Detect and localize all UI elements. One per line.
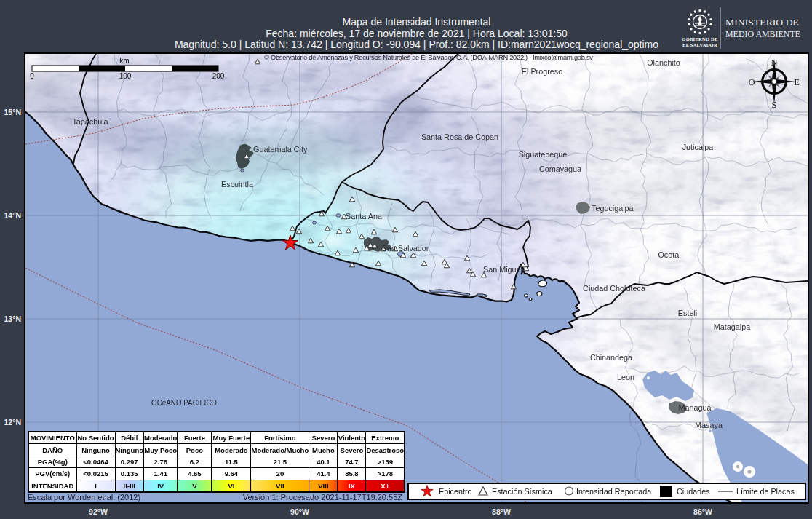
svg-text:100: 100 [119,72,132,80]
svg-text:Ocotal: Ocotal [658,250,680,259]
svg-text:Matagalpa: Matagalpa [714,322,750,331]
svg-text:San Miguel: San Miguel [483,265,522,274]
svg-text:Santa Ana: Santa Ana [346,212,382,221]
svg-text:Managua: Managua [678,403,711,412]
svg-text:0: 0 [30,72,34,80]
svg-text:Chinandega: Chinandega [590,353,632,362]
svg-text:Santa Rosa de Copan: Santa Rosa de Copan [421,132,498,141]
svg-text:Guatemala City: Guatemala City [253,145,308,154]
svg-text:Tegucigalpa: Tegucigalpa [592,204,634,213]
svg-text:Juticalpa: Juticalpa [682,143,714,151]
svg-text:EL SALVADOR: EL SALVADOR [682,42,717,47]
svg-text:O: O [748,77,755,87]
svg-text:El Progreso: El Progreso [522,67,562,76]
svg-text:Siguatepeque: Siguatepeque [519,150,568,159]
svg-text:MINISTERIO DE: MINISTERIO DE [725,17,799,28]
svg-text:Leon: Leon [617,373,634,381]
svg-text:MEDIO AMBIENTE: MEDIO AMBIENTE [725,28,800,39]
svg-text:Ciudad Choluteca: Ciudad Choluteca [583,284,645,293]
svg-text:OCéANO PACíFICO: OCéANO PACíFICO [151,398,217,407]
svg-text:Escuintla: Escuintla [221,180,253,189]
svg-text:Olanchito: Olanchito [647,58,680,67]
svg-text:GOBIERNO DE: GOBIERNO DE [682,36,718,41]
svg-text:Tapachula: Tapachula [72,117,108,126]
svg-text:S: S [772,100,777,110]
svg-text:San Salvador: San Salvador [382,244,429,253]
svg-text:Comayagua: Comayagua [539,165,581,173]
svg-text:Esteli: Esteli [678,309,697,317]
svg-text:Masaya: Masaya [695,421,723,429]
svg-text:E: E [794,77,800,87]
svg-text:N: N [771,58,777,68]
svg-text:© Observatorio de Amenazas y R: © Observatorio de Amenazas y Recursos Na… [264,54,593,61]
svg-text:200: 200 [212,72,225,80]
svg-text:km: km [119,57,129,65]
